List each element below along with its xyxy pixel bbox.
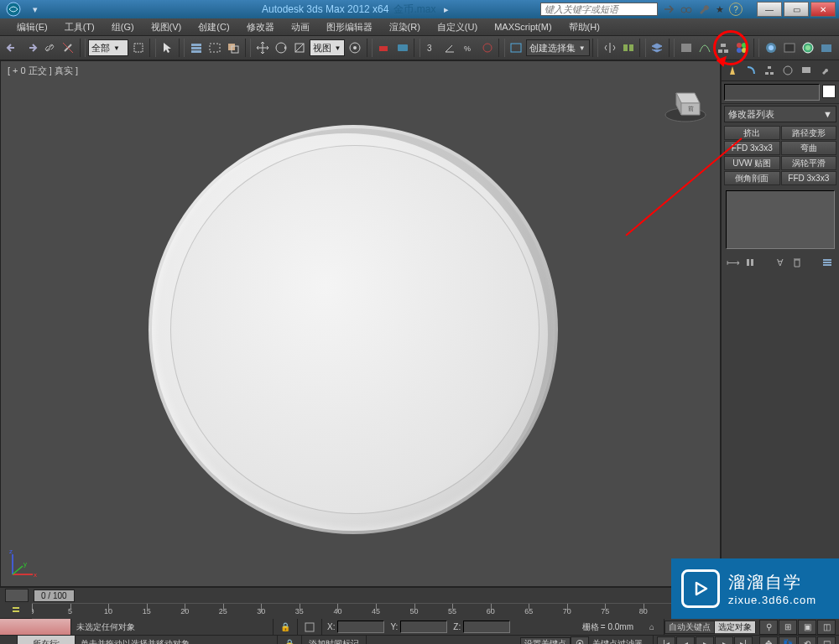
object-name-field[interactable] — [724, 84, 820, 101]
nav-walk-icon[interactable]: 👣 — [779, 636, 797, 645]
menu-animation[interactable]: 动画 — [283, 18, 318, 35]
configure-sets-icon[interactable] — [821, 256, 834, 269]
trackbar-menu-icon[interactable] — [5, 604, 27, 615]
render-setup-icon[interactable] — [762, 38, 779, 58]
named-selection-dropdown[interactable]: 创建选择集▼ — [526, 39, 590, 56]
tab-display-icon[interactable] — [798, 63, 815, 78]
favorite-star-icon[interactable]: ★ — [712, 2, 727, 17]
menu-tools[interactable]: 工具(T) — [56, 18, 103, 35]
edit-named-sel-icon[interactable] — [508, 38, 525, 58]
make-unique-icon[interactable]: ∀ — [774, 256, 787, 269]
tab-utilities-icon[interactable] — [816, 63, 833, 78]
nav-zoomall-icon[interactable]: ⊞ — [779, 620, 797, 635]
viewport[interactable]: [ + 0 正交 ] 真实 ] 前 z x y — [0, 60, 721, 587]
menu-edit[interactable]: 编辑(E) — [8, 18, 56, 35]
goto-start-icon[interactable]: |◂ — [657, 636, 675, 645]
mod-btn-bend[interactable]: 弯曲 — [781, 141, 837, 155]
mirror-icon[interactable] — [601, 38, 618, 58]
app-logo-icon[interactable] — [3, 1, 23, 18]
link-icon[interactable] — [40, 38, 58, 58]
maximize-button[interactable]: ▭ — [784, 2, 809, 17]
y-coord-input[interactable] — [400, 621, 447, 633]
mod-btn-bevel[interactable]: 倒角剖面 — [724, 171, 780, 185]
coord-display-icon[interactable] — [298, 619, 322, 635]
time-slider-handle[interactable]: 0 / 100 — [34, 589, 75, 602]
menu-help[interactable]: 帮助(H) — [560, 18, 608, 35]
select-region-icon[interactable] — [206, 38, 223, 58]
nav-orbit-icon[interactable]: ⟲ — [798, 636, 816, 645]
autokey-button[interactable]: 自动关键点 — [664, 621, 715, 634]
line-button[interactable]: 所在行: — [18, 636, 76, 644]
time-slider-grip-icon[interactable] — [5, 589, 29, 602]
tab-motion-icon[interactable] — [779, 63, 796, 78]
undo-icon[interactable] — [3, 38, 21, 58]
minimize-button[interactable]: — — [757, 2, 782, 17]
isolate-lock-icon[interactable]: 🔒 — [278, 636, 302, 644]
rendered-frame-icon[interactable] — [780, 38, 798, 58]
angle-snap-icon[interactable] — [441, 38, 459, 58]
curve-editor-icon[interactable] — [696, 38, 713, 58]
nav-pan-icon[interactable]: ✥ — [759, 636, 778, 645]
play-icon[interactable]: ▸ — [696, 636, 714, 645]
mod-btn-extrude[interactable]: 挤出 — [724, 126, 780, 140]
setkey-large-button[interactable]: ⦿ — [571, 636, 589, 645]
cursor-icon[interactable] — [159, 38, 176, 58]
prev-frame-icon[interactable]: ◂ — [676, 636, 695, 645]
ref-coord-dropdown[interactable]: 视图▼ — [310, 39, 346, 56]
object-color-swatch[interactable] — [822, 85, 836, 98]
use-center-icon[interactable] — [346, 38, 363, 58]
mod-btn-ffd333b[interactable]: FFD 3x3x3 — [781, 171, 837, 185]
remove-modifier-icon[interactable] — [790, 256, 804, 269]
keyboard-shortcut-icon[interactable] — [393, 38, 411, 58]
help-search-input[interactable] — [540, 3, 658, 16]
add-time-tag-button[interactable]: 添加时间标记 — [302, 636, 367, 644]
selection-lock-bar[interactable] — [0, 619, 71, 635]
nav-zoomextents-icon[interactable]: ▣ — [798, 620, 816, 635]
nav-zoom-icon[interactable]: ⚲ — [759, 620, 778, 635]
graphite-ribbon-icon[interactable] — [677, 38, 695, 58]
selection-filter-dropdown[interactable]: 全部▼ — [88, 39, 128, 56]
viewport-label[interactable]: [ + 0 正交 ] 真实 ] — [8, 65, 78, 77]
menu-modifiers[interactable]: 修改器 — [238, 18, 283, 35]
goto-end-icon[interactable]: ▸| — [734, 636, 753, 645]
show-end-result-icon[interactable] — [743, 256, 757, 269]
menu-render[interactable]: 渲染(R) — [381, 18, 429, 35]
next-frame-icon[interactable]: ▸ — [715, 636, 733, 645]
maxscript-mini-listener-grip[interactable] — [0, 636, 18, 644]
setkey-button[interactable]: 设置关键点 — [520, 637, 571, 645]
menu-create[interactable]: 创建(C) — [190, 18, 237, 35]
mod-btn-uvwmap[interactable]: UVW 贴图 — [724, 156, 780, 170]
material-editor-icon[interactable] — [733, 38, 751, 58]
key-filters-button[interactable]: 关键点过滤器... — [589, 636, 654, 644]
menu-graph[interactable]: 图形编辑器 — [318, 18, 381, 35]
tab-hierarchy-icon[interactable] — [761, 63, 778, 78]
mod-btn-pathdeform[interactable]: 路径变形 — [781, 126, 837, 140]
x-coord-input[interactable] — [337, 621, 384, 633]
schematic-view-icon[interactable] — [715, 38, 732, 58]
layer-manager-icon[interactable] — [649, 38, 666, 58]
tab-modify-icon[interactable] — [743, 63, 759, 78]
close-button[interactable]: ✕ — [810, 2, 836, 17]
title-dropdown-icon[interactable]: ▸ — [439, 4, 454, 15]
modifier-list-dropdown[interactable]: 修改器列表▼ — [724, 106, 836, 122]
selected-key-mode[interactable]: 选定对象 — [715, 621, 756, 633]
viewcube[interactable]: 前 — [663, 80, 708, 125]
render-iterative-icon[interactable] — [818, 38, 836, 58]
window-crossing-icon[interactable] — [224, 38, 242, 58]
render-production-icon[interactable] — [800, 38, 817, 58]
select-manipulate-icon[interactable] — [375, 38, 393, 58]
percent-snap-icon[interactable]: % — [460, 38, 477, 58]
search-submit-icon[interactable] — [662, 2, 677, 17]
app-menu-arrow-icon[interactable]: ▾ — [28, 2, 43, 17]
align-icon[interactable] — [619, 38, 637, 58]
scale-icon[interactable] — [290, 38, 308, 58]
modifier-stack[interactable] — [726, 190, 835, 249]
menu-maxscript[interactable]: MAXScript(M) — [486, 18, 560, 35]
time-config-icon[interactable]: ⌂ — [640, 619, 664, 635]
nav-fov-icon[interactable]: ◫ — [817, 620, 836, 635]
mod-btn-ffd333a[interactable]: FFD 3x3x3 — [724, 141, 780, 155]
tab-create-icon[interactable] — [724, 63, 741, 78]
help-icon[interactable]: ? — [729, 3, 743, 16]
unlink-icon[interactable] — [60, 38, 77, 58]
mod-btn-turbosmooth[interactable]: 涡轮平滑 — [781, 156, 837, 170]
